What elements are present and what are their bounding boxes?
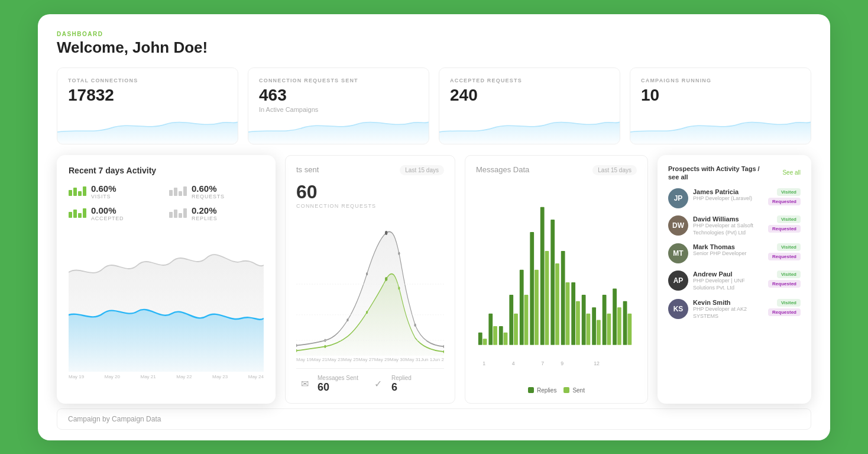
stat-sparkline-1 xyxy=(248,111,429,144)
welcome-title: Welcome, John Doe! xyxy=(57,38,811,57)
svg-rect-30 xyxy=(545,250,549,344)
prospect-role-4: PHP Developer at AK2 SYSTEMS xyxy=(693,306,763,320)
svg-rect-38 xyxy=(587,313,591,344)
tag-requested-0[interactable]: Requested xyxy=(768,198,801,205)
svg-rect-39 xyxy=(592,307,596,345)
svg-rect-45 xyxy=(623,301,627,344)
tag-visited-1[interactable]: Visited xyxy=(777,215,801,223)
stat-value-3: 10 xyxy=(641,86,800,105)
tag-visited-4[interactable]: Visited xyxy=(777,299,801,307)
prospect-tags-3: VisitedRequested xyxy=(768,271,801,288)
prospect-tags-0: VisitedRequested xyxy=(768,188,801,205)
tag-requested-4[interactable]: Requested xyxy=(768,308,801,316)
tag-visited-3[interactable]: Visited xyxy=(777,271,801,278)
conn-panel-header: ts sent Last 15 days xyxy=(296,165,444,175)
prospect-item-4: KS Kevin Smith PHP Developer at AK2 SYST… xyxy=(668,299,801,320)
activity-stat-1: 0.60% REQUESTS xyxy=(169,183,264,199)
svg-rect-41 xyxy=(603,295,607,345)
stat-value-0: 17832 xyxy=(68,86,227,105)
connection-panel: ts sent Last 15 days 60 CONNECTION REQUE… xyxy=(285,155,455,404)
bottom-row: Recent 7 days Activity 0.60% VISITS 0.60… xyxy=(57,155,811,404)
svg-rect-23 xyxy=(509,295,513,345)
campaign-bar: Campaign by Campaign Data xyxy=(57,408,811,430)
activity-stat-3: 0.20% REPLIES xyxy=(169,205,264,221)
prospect-item-0: JP James Patricia PHP Developer (Laravel… xyxy=(668,188,801,208)
stat-label-3: CAMPAIGNS RUNNING xyxy=(641,78,800,83)
see-all-button[interactable]: See all xyxy=(782,169,801,176)
legend-dot-replies xyxy=(528,387,534,393)
legend-dot-sent xyxy=(563,387,569,393)
activity-stat-2: 0.00% ACCEPTED xyxy=(69,205,163,221)
msg-panel-title: Messages Data xyxy=(476,165,529,175)
prospect-tags-4: VisitedRequested xyxy=(768,299,801,316)
svg-rect-29 xyxy=(540,207,545,344)
prospect-avatar-4: KS xyxy=(668,299,688,319)
svg-text:7: 7 xyxy=(541,360,544,366)
prospect-item-2: MT Mark Thomas Senior PHP Developer Visi… xyxy=(668,243,801,263)
prospect-tags-2: VisitedRequested xyxy=(768,243,801,260)
svg-rect-42 xyxy=(607,313,611,344)
activity-date-labels: May 19 May 20 May 21 May 22 May 23 May 2… xyxy=(69,374,264,379)
conn-last-days: Last 15 days xyxy=(400,165,444,175)
prospect-item-3: AP Andrew Paul PHP Developer | UNF Solut… xyxy=(668,271,801,291)
bar-icon-3 xyxy=(169,208,187,218)
svg-rect-40 xyxy=(597,320,601,344)
tag-requested-3[interactable]: Requested xyxy=(768,280,801,288)
prospect-name-2: Mark Thomas xyxy=(693,243,763,250)
prospects-panel: Prospects with Activity Tags / see all S… xyxy=(658,155,811,404)
legend-replies: Replies xyxy=(528,387,556,394)
bar-chart-legend: Replies Sent xyxy=(476,387,637,394)
svg-text:12: 12 xyxy=(594,360,600,366)
stat-card-total-connections: TOTAL CONNECTIONS 17832 xyxy=(57,67,238,144)
conn-big-number: 60 xyxy=(296,181,444,203)
svg-point-11 xyxy=(385,276,387,281)
svg-text:4: 4 xyxy=(512,360,515,366)
svg-rect-24 xyxy=(514,313,518,344)
campaign-bar-title: Campaign by Campaign Data xyxy=(68,415,161,423)
tag-visited-0[interactable]: Visited xyxy=(777,188,801,196)
bar-icon-2 xyxy=(69,208,86,218)
svg-rect-25 xyxy=(520,269,524,344)
tag-requested-1[interactable]: Requested xyxy=(768,225,801,233)
svg-rect-27 xyxy=(530,232,534,345)
prospect-avatar-2: MT xyxy=(668,243,688,263)
svg-rect-17 xyxy=(478,332,482,344)
prospect-item-1: DW David Williams PHP Developer at Salso… xyxy=(668,215,801,236)
stat-sparkline-3 xyxy=(630,111,811,144)
tag-requested-2[interactable]: Requested xyxy=(768,253,801,260)
svg-point-12 xyxy=(398,286,400,289)
prospect-avatar-1: DW xyxy=(668,215,688,236)
stat-value-1: 463 xyxy=(259,86,418,105)
stat-sparkline-0 xyxy=(57,111,238,144)
stat-card-accepted-requests: ACCEPTED REQUESTS 240 xyxy=(439,67,620,144)
conn-panel-title: ts sent xyxy=(296,165,319,174)
prospect-name-1: David Williams xyxy=(693,215,763,223)
prospect-avatar-3: AP xyxy=(668,271,688,291)
stat-card-campaigns-running: CAMPAIGNS RUNNING 10 xyxy=(630,67,811,144)
svg-rect-32 xyxy=(555,263,559,345)
activity-stat-0: 0.60% VISITS xyxy=(69,183,163,199)
svg-rect-22 xyxy=(504,332,508,344)
prospects-header: Prospects with Activity Tags / see all S… xyxy=(668,165,801,182)
prospects-list: JP James Patricia PHP Developer (Laravel… xyxy=(668,188,801,320)
msg-last-days: Last 15 days xyxy=(592,165,637,175)
prospect-avatar-0: JP xyxy=(668,188,688,208)
svg-rect-44 xyxy=(617,307,621,345)
svg-rect-36 xyxy=(576,301,580,344)
prospect-name-0: James Patricia xyxy=(693,188,763,195)
bar-chart: 1 4 7 9 12 xyxy=(476,180,637,384)
prospect-role-3: PHP Developer | UNF Solutions Pvt. Ltd xyxy=(693,278,763,291)
prospect-tags-1: VisitedRequested xyxy=(768,215,801,233)
conn-chart xyxy=(296,212,444,356)
tag-visited-2[interactable]: Visited xyxy=(777,243,801,251)
conn-date-labels: May 19 May 21 May 23 May 25 May 27 May 2… xyxy=(296,357,444,362)
svg-rect-43 xyxy=(613,288,617,344)
activity-stats-grid: 0.60% VISITS 0.60% REQUESTS 0.00% ACCEPT… xyxy=(69,183,264,221)
svg-point-10 xyxy=(366,310,368,313)
svg-rect-18 xyxy=(483,339,487,345)
stat-sparkline-2 xyxy=(439,111,620,144)
svg-rect-19 xyxy=(488,313,493,344)
activity-panel: Recent 7 days Activity 0.60% VISITS 0.60… xyxy=(57,155,276,404)
msg-panel-header: Messages Data Last 15 days xyxy=(476,165,637,175)
svg-rect-46 xyxy=(627,313,631,344)
